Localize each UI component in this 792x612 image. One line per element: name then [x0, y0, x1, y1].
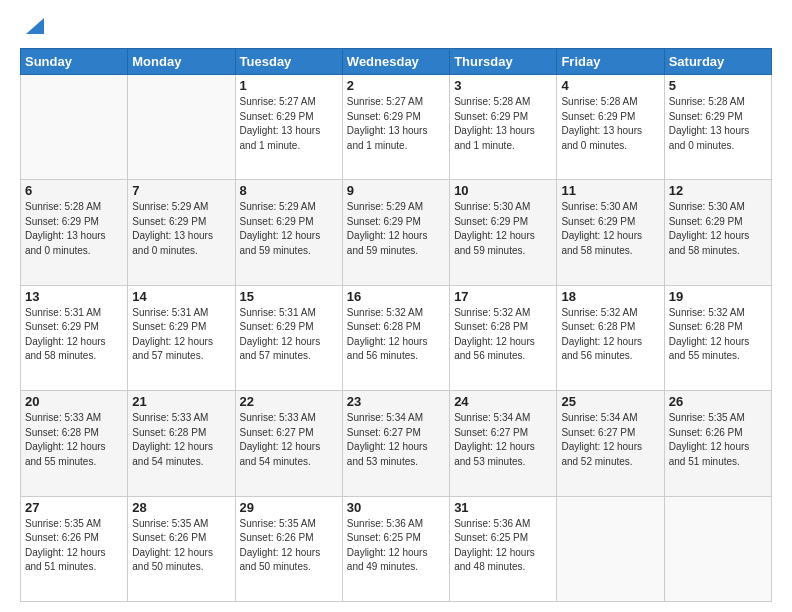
calendar-cell: 7Sunrise: 5:29 AM Sunset: 6:29 PM Daylig… — [128, 180, 235, 285]
calendar-cell: 15Sunrise: 5:31 AM Sunset: 6:29 PM Dayli… — [235, 285, 342, 390]
calendar-cell: 4Sunrise: 5:28 AM Sunset: 6:29 PM Daylig… — [557, 75, 664, 180]
day-info: Sunrise: 5:27 AM Sunset: 6:29 PM Dayligh… — [240, 95, 338, 153]
logo — [20, 18, 44, 38]
calendar-cell: 24Sunrise: 5:34 AM Sunset: 6:27 PM Dayli… — [450, 391, 557, 496]
calendar-cell: 30Sunrise: 5:36 AM Sunset: 6:25 PM Dayli… — [342, 496, 449, 601]
day-info: Sunrise: 5:33 AM Sunset: 6:28 PM Dayligh… — [132, 411, 230, 469]
day-number: 11 — [561, 183, 659, 198]
day-number: 24 — [454, 394, 552, 409]
weekday-header: Wednesday — [342, 49, 449, 75]
day-info: Sunrise: 5:35 AM Sunset: 6:26 PM Dayligh… — [669, 411, 767, 469]
calendar-cell: 11Sunrise: 5:30 AM Sunset: 6:29 PM Dayli… — [557, 180, 664, 285]
calendar-cell: 19Sunrise: 5:32 AM Sunset: 6:28 PM Dayli… — [664, 285, 771, 390]
calendar-cell: 1Sunrise: 5:27 AM Sunset: 6:29 PM Daylig… — [235, 75, 342, 180]
day-info: Sunrise: 5:27 AM Sunset: 6:29 PM Dayligh… — [347, 95, 445, 153]
weekday-header: Friday — [557, 49, 664, 75]
day-info: Sunrise: 5:29 AM Sunset: 6:29 PM Dayligh… — [240, 200, 338, 258]
calendar-cell: 12Sunrise: 5:30 AM Sunset: 6:29 PM Dayli… — [664, 180, 771, 285]
day-info: Sunrise: 5:28 AM Sunset: 6:29 PM Dayligh… — [454, 95, 552, 153]
day-number: 18 — [561, 289, 659, 304]
calendar-week-row: 20Sunrise: 5:33 AM Sunset: 6:28 PM Dayli… — [21, 391, 772, 496]
weekday-header: Saturday — [664, 49, 771, 75]
calendar-cell: 20Sunrise: 5:33 AM Sunset: 6:28 PM Dayli… — [21, 391, 128, 496]
day-number: 2 — [347, 78, 445, 93]
header — [20, 18, 772, 38]
day-number: 4 — [561, 78, 659, 93]
calendar-header-row: SundayMondayTuesdayWednesdayThursdayFrid… — [21, 49, 772, 75]
weekday-header: Tuesday — [235, 49, 342, 75]
day-info: Sunrise: 5:34 AM Sunset: 6:27 PM Dayligh… — [454, 411, 552, 469]
day-number: 9 — [347, 183, 445, 198]
day-info: Sunrise: 5:30 AM Sunset: 6:29 PM Dayligh… — [454, 200, 552, 258]
calendar-cell: 16Sunrise: 5:32 AM Sunset: 6:28 PM Dayli… — [342, 285, 449, 390]
calendar-week-row: 1Sunrise: 5:27 AM Sunset: 6:29 PM Daylig… — [21, 75, 772, 180]
day-info: Sunrise: 5:31 AM Sunset: 6:29 PM Dayligh… — [132, 306, 230, 364]
weekday-header: Thursday — [450, 49, 557, 75]
day-info: Sunrise: 5:28 AM Sunset: 6:29 PM Dayligh… — [669, 95, 767, 153]
day-info: Sunrise: 5:28 AM Sunset: 6:29 PM Dayligh… — [561, 95, 659, 153]
day-number: 22 — [240, 394, 338, 409]
day-info: Sunrise: 5:32 AM Sunset: 6:28 PM Dayligh… — [347, 306, 445, 364]
day-info: Sunrise: 5:34 AM Sunset: 6:27 PM Dayligh… — [561, 411, 659, 469]
day-number: 27 — [25, 500, 123, 515]
calendar-cell: 26Sunrise: 5:35 AM Sunset: 6:26 PM Dayli… — [664, 391, 771, 496]
calendar-cell: 3Sunrise: 5:28 AM Sunset: 6:29 PM Daylig… — [450, 75, 557, 180]
calendar-cell: 22Sunrise: 5:33 AM Sunset: 6:27 PM Dayli… — [235, 391, 342, 496]
calendar-week-row: 13Sunrise: 5:31 AM Sunset: 6:29 PM Dayli… — [21, 285, 772, 390]
calendar-cell: 9Sunrise: 5:29 AM Sunset: 6:29 PM Daylig… — [342, 180, 449, 285]
day-info: Sunrise: 5:33 AM Sunset: 6:28 PM Dayligh… — [25, 411, 123, 469]
day-number: 1 — [240, 78, 338, 93]
calendar-cell — [128, 75, 235, 180]
calendar-cell: 25Sunrise: 5:34 AM Sunset: 6:27 PM Dayli… — [557, 391, 664, 496]
calendar-cell: 23Sunrise: 5:34 AM Sunset: 6:27 PM Dayli… — [342, 391, 449, 496]
day-number: 23 — [347, 394, 445, 409]
day-number: 13 — [25, 289, 123, 304]
day-number: 16 — [347, 289, 445, 304]
weekday-header: Sunday — [21, 49, 128, 75]
day-info: Sunrise: 5:35 AM Sunset: 6:26 PM Dayligh… — [240, 517, 338, 575]
day-info: Sunrise: 5:31 AM Sunset: 6:29 PM Dayligh… — [240, 306, 338, 364]
day-info: Sunrise: 5:31 AM Sunset: 6:29 PM Dayligh… — [25, 306, 123, 364]
day-number: 28 — [132, 500, 230, 515]
weekday-header: Monday — [128, 49, 235, 75]
calendar-cell: 10Sunrise: 5:30 AM Sunset: 6:29 PM Dayli… — [450, 180, 557, 285]
day-info: Sunrise: 5:36 AM Sunset: 6:25 PM Dayligh… — [454, 517, 552, 575]
calendar-cell: 29Sunrise: 5:35 AM Sunset: 6:26 PM Dayli… — [235, 496, 342, 601]
day-number: 8 — [240, 183, 338, 198]
day-number: 29 — [240, 500, 338, 515]
day-info: Sunrise: 5:32 AM Sunset: 6:28 PM Dayligh… — [561, 306, 659, 364]
day-number: 5 — [669, 78, 767, 93]
day-number: 3 — [454, 78, 552, 93]
calendar-cell: 21Sunrise: 5:33 AM Sunset: 6:28 PM Dayli… — [128, 391, 235, 496]
calendar-cell: 2Sunrise: 5:27 AM Sunset: 6:29 PM Daylig… — [342, 75, 449, 180]
calendar-cell: 31Sunrise: 5:36 AM Sunset: 6:25 PM Dayli… — [450, 496, 557, 601]
day-number: 6 — [25, 183, 123, 198]
calendar-cell: 17Sunrise: 5:32 AM Sunset: 6:28 PM Dayli… — [450, 285, 557, 390]
logo-icon — [22, 16, 44, 38]
day-info: Sunrise: 5:29 AM Sunset: 6:29 PM Dayligh… — [132, 200, 230, 258]
day-info: Sunrise: 5:30 AM Sunset: 6:29 PM Dayligh… — [669, 200, 767, 258]
day-number: 26 — [669, 394, 767, 409]
day-info: Sunrise: 5:32 AM Sunset: 6:28 PM Dayligh… — [669, 306, 767, 364]
day-info: Sunrise: 5:29 AM Sunset: 6:29 PM Dayligh… — [347, 200, 445, 258]
calendar-table: SundayMondayTuesdayWednesdayThursdayFrid… — [20, 48, 772, 602]
day-info: Sunrise: 5:35 AM Sunset: 6:26 PM Dayligh… — [25, 517, 123, 575]
day-info: Sunrise: 5:32 AM Sunset: 6:28 PM Dayligh… — [454, 306, 552, 364]
day-number: 19 — [669, 289, 767, 304]
day-number: 25 — [561, 394, 659, 409]
day-info: Sunrise: 5:35 AM Sunset: 6:26 PM Dayligh… — [132, 517, 230, 575]
calendar-cell: 28Sunrise: 5:35 AM Sunset: 6:26 PM Dayli… — [128, 496, 235, 601]
day-number: 15 — [240, 289, 338, 304]
day-number: 7 — [132, 183, 230, 198]
day-number: 17 — [454, 289, 552, 304]
day-number: 12 — [669, 183, 767, 198]
calendar-cell — [21, 75, 128, 180]
day-info: Sunrise: 5:36 AM Sunset: 6:25 PM Dayligh… — [347, 517, 445, 575]
calendar-cell: 8Sunrise: 5:29 AM Sunset: 6:29 PM Daylig… — [235, 180, 342, 285]
day-info: Sunrise: 5:30 AM Sunset: 6:29 PM Dayligh… — [561, 200, 659, 258]
calendar-cell: 18Sunrise: 5:32 AM Sunset: 6:28 PM Dayli… — [557, 285, 664, 390]
calendar-body: 1Sunrise: 5:27 AM Sunset: 6:29 PM Daylig… — [21, 75, 772, 602]
day-number: 14 — [132, 289, 230, 304]
calendar-cell: 14Sunrise: 5:31 AM Sunset: 6:29 PM Dayli… — [128, 285, 235, 390]
day-number: 21 — [132, 394, 230, 409]
